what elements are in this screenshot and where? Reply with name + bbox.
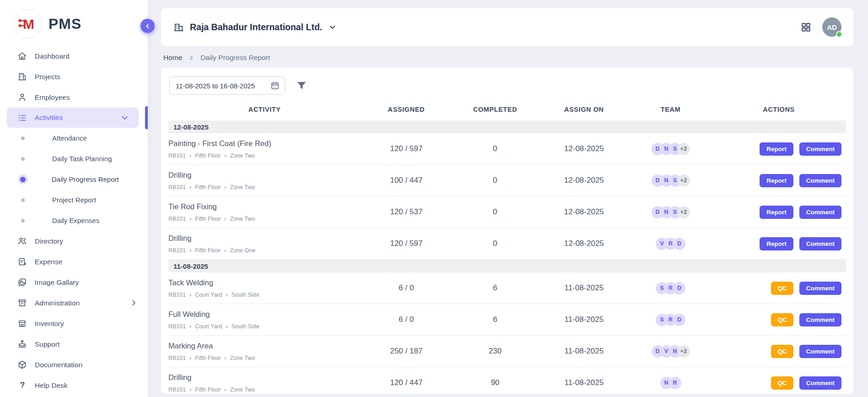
sidebar-collapse-button[interactable] bbox=[140, 19, 155, 33]
qc-button[interactable]: QC bbox=[771, 345, 793, 358]
filter-funnel-icon[interactable] bbox=[296, 80, 307, 91]
comment-button[interactable]: Comment bbox=[799, 206, 841, 219]
sidebar-item-label: Activities bbox=[35, 114, 63, 122]
team-avatars: DNS+2 bbox=[630, 206, 712, 218]
chevron-right-icon: › bbox=[189, 152, 191, 159]
column-header-assign-on: ASSIGN ON bbox=[539, 106, 630, 113]
path-segment: Fifth Floor bbox=[195, 247, 221, 254]
report-button[interactable]: Report bbox=[760, 174, 793, 187]
activity-path: RB101›Fifth Floor›Zone Two bbox=[168, 386, 361, 393]
company-name: Raja Bahadur International Ltd. bbox=[190, 22, 322, 33]
company-selector[interactable]: Raja Bahadur International Ltd. bbox=[173, 22, 337, 33]
sidebar-nav: DashboardProjectsEmployeesActivitiesAtte… bbox=[0, 46, 148, 396]
sidebar-subitem-daily-progress-report[interactable]: Daily Progress Report bbox=[0, 169, 148, 190]
path-segment: South Side bbox=[232, 292, 259, 298]
sidebar-item-label: Projects bbox=[35, 73, 60, 81]
path-segment: Zone Two bbox=[230, 216, 255, 222]
chevron-right-icon: › bbox=[225, 247, 226, 254]
sidebar-subitem-daily-expenses[interactable]: Daily Expenses bbox=[0, 210, 148, 231]
team-avatar[interactable]: R bbox=[669, 377, 681, 389]
qc-button[interactable]: QC bbox=[771, 376, 793, 390]
row-actions: QCComment bbox=[712, 376, 846, 390]
qc-button[interactable]: QC bbox=[771, 282, 793, 295]
help-icon: ? bbox=[17, 381, 35, 390]
user-avatar[interactable]: AD bbox=[822, 17, 841, 37]
path-segment: Fifth Floor bbox=[195, 152, 221, 159]
activity-name: Drilling bbox=[168, 171, 361, 179]
sidebar-item-label: Documentation bbox=[35, 361, 82, 369]
column-header-completed: COMPLETED bbox=[452, 106, 538, 113]
sidebar-item-administration[interactable]: Administration bbox=[0, 293, 148, 313]
bullet-icon bbox=[21, 219, 25, 223]
chevron-right-icon: › bbox=[225, 184, 226, 190]
sidebar-item-help-desk[interactable]: ?Help Desk bbox=[0, 375, 148, 396]
sidebar-item-image-gallary[interactable]: Image Gallary bbox=[0, 272, 148, 293]
chevron-right-icon: › bbox=[225, 355, 226, 361]
person-icon bbox=[17, 92, 35, 102]
chevron-right-icon: › bbox=[225, 216, 226, 222]
document-icon bbox=[17, 257, 35, 266]
apps-grid-icon[interactable] bbox=[801, 22, 811, 33]
comment-button[interactable]: Comment bbox=[799, 237, 841, 250]
breadcrumb-current: Daily Progress Report bbox=[200, 54, 270, 62]
sidebar-subitem-project-report[interactable]: Project Report bbox=[0, 190, 148, 210]
comment-button[interactable]: Comment bbox=[799, 345, 841, 358]
comment-button[interactable]: Comment bbox=[799, 282, 841, 295]
sidebar-item-dashboard[interactable]: Dashboard bbox=[0, 46, 148, 66]
date-group-header: 11-08-2025 bbox=[168, 260, 846, 272]
sidebar-item-directory[interactable]: Directory bbox=[0, 231, 148, 251]
activity-path: RB101›Court Yard›South Side bbox=[168, 323, 361, 330]
sidebar-item-inventory[interactable]: Inventory bbox=[0, 313, 148, 334]
sidebar-item-documentation[interactable]: Documentation bbox=[0, 354, 148, 375]
building-icon bbox=[17, 72, 35, 82]
qc-button[interactable]: QC bbox=[771, 313, 793, 326]
sidebar-item-employees[interactable]: Employees bbox=[0, 87, 148, 108]
comment-button[interactable]: Comment bbox=[799, 174, 841, 187]
activity-name: Full Welding bbox=[168, 310, 361, 319]
team-avatar-overflow[interactable]: +2 bbox=[678, 174, 690, 187]
sidebar-item-label: Inventory bbox=[35, 320, 64, 328]
image-icon bbox=[17, 277, 35, 287]
column-header-activity: ACTIVITY bbox=[168, 106, 361, 113]
team-avatars: DNS+2 bbox=[630, 174, 712, 187]
path-segment: RB101 bbox=[168, 355, 186, 361]
breadcrumb: Home Daily Progress Report bbox=[163, 54, 853, 62]
sidebar-item-label: Employees bbox=[35, 93, 70, 102]
comment-button[interactable]: Comment bbox=[799, 142, 841, 156]
team-avatar-overflow[interactable]: +2 bbox=[678, 345, 690, 358]
column-header-assigned: ASSIGNED bbox=[361, 106, 452, 113]
report-button[interactable]: Report bbox=[760, 237, 793, 250]
activity-path: RB101›Court Yard›South Side bbox=[168, 292, 361, 298]
activity-name: Drilling bbox=[168, 234, 361, 243]
team-avatar-overflow[interactable]: +2 bbox=[678, 143, 690, 155]
avatar-initials: AD bbox=[827, 23, 837, 31]
app-logo: M PMS bbox=[0, 0, 148, 46]
sidebar-subitem-attendance[interactable]: Attendance bbox=[0, 128, 148, 148]
report-button[interactable]: Report bbox=[760, 206, 793, 219]
sidebar-item-expense[interactable]: Expense bbox=[0, 251, 148, 272]
date-range-input[interactable]: 11-08-2025 to 16-08-2025 bbox=[169, 76, 285, 95]
activity-row: DrillingRB101›Fifth Floor›Zone One120 / … bbox=[168, 228, 846, 260]
team-avatar[interactable]: D bbox=[673, 314, 685, 326]
team-avatar-overflow[interactable]: +2 bbox=[678, 206, 690, 218]
active-section-indicator bbox=[145, 106, 148, 129]
path-segment: Fifth Floor bbox=[195, 216, 221, 222]
column-header-team: TEAM bbox=[630, 106, 712, 113]
sidebar-item-support[interactable]: Support bbox=[0, 334, 148, 354]
comment-button[interactable]: Comment bbox=[799, 313, 841, 326]
sidebar-item-activities[interactable]: Activities bbox=[7, 108, 139, 128]
comment-button[interactable]: Comment bbox=[799, 376, 841, 390]
path-segment: RB101 bbox=[168, 292, 186, 298]
sidebar-item-label: Help Desk bbox=[35, 381, 68, 390]
path-segment: RB101 bbox=[168, 216, 186, 222]
report-button[interactable]: Report bbox=[760, 142, 793, 156]
sidebar-item-projects[interactable]: Projects bbox=[0, 66, 148, 87]
activity-path: RB101›Fifth Floor›Zone Two bbox=[168, 184, 361, 190]
path-segment: Fifth Floor bbox=[195, 184, 221, 190]
breadcrumb-home[interactable]: Home bbox=[163, 54, 182, 62]
chevron-right-icon: › bbox=[189, 216, 191, 222]
team-avatar[interactable]: D bbox=[673, 238, 685, 250]
team-avatar[interactable]: D bbox=[673, 282, 685, 294]
assigned-value: 6 / 0 bbox=[361, 283, 452, 293]
sidebar-subitem-daily-task-planning[interactable]: Daily Task Planning bbox=[0, 148, 148, 169]
